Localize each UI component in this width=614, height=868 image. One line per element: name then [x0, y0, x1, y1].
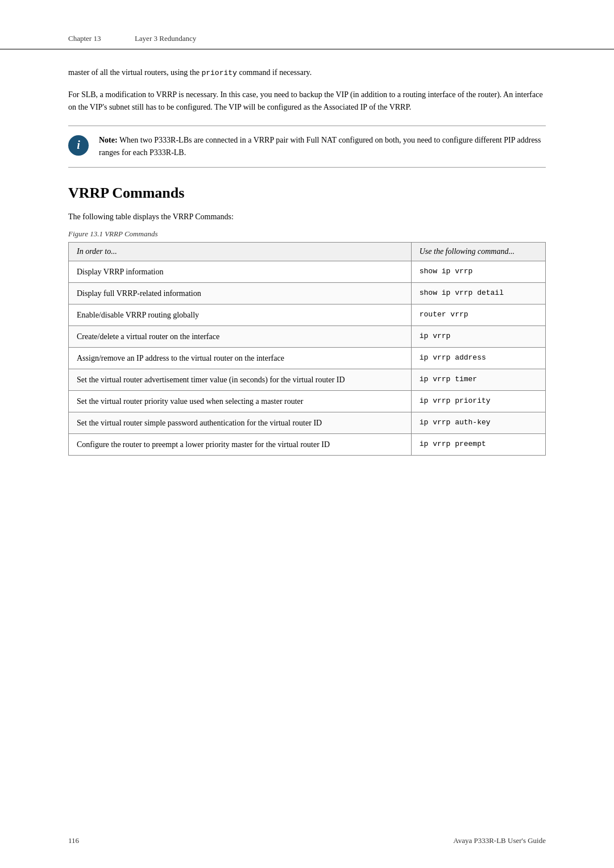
note-content: When two P333R-LBs are connected in a VR…: [99, 136, 541, 157]
note-bold-label: Note:: [99, 136, 118, 144]
table-cell-command: ip vrrp priority: [411, 390, 545, 412]
section-intro: The following table displays the VRRP Co…: [68, 211, 546, 223]
table-row: Configure the router to preempt a lower …: [69, 433, 546, 455]
table-cell-description: Set the virtual router advertisement tim…: [69, 369, 412, 390]
table-cell-command: ip vrrp preempt: [411, 433, 545, 455]
table-cell-command: ip vrrp auth-key: [411, 412, 545, 433]
table-cell-command: router vrrp: [411, 304, 545, 326]
footer-product: Avaya P333R-LB User's Guide: [453, 836, 546, 845]
header-chapter: Chapter 13 Layer 3 Redundancy: [68, 34, 546, 43]
table-row: Set the virtual router priority value us…: [69, 390, 546, 412]
table-cell-description: Configure the router to preempt a lower …: [69, 433, 412, 455]
table-header-col2: Use the following command...: [411, 242, 545, 261]
table-cell-command: ip vrrp: [411, 326, 545, 347]
priority-code: priority: [201, 69, 237, 77]
footer-page-number: 116: [68, 836, 79, 845]
page-footer: 116 Avaya P333R-LB User's Guide: [0, 836, 614, 845]
table-row: Assign/remove an IP address to the virtu…: [69, 347, 546, 369]
table-cell-command: ip vrrp address: [411, 347, 545, 369]
table-cell-description: Set the virtual router priority value us…: [69, 390, 412, 412]
table-header-col1: In order to...: [69, 242, 412, 261]
table-cell-command: show ip vrrp: [411, 261, 545, 282]
table-cell-command: show ip vrrp detail: [411, 282, 545, 304]
section-title: VRRP Commands: [68, 185, 546, 202]
table-cell-description: Set the virtual router simple password a…: [69, 412, 412, 433]
table-row: Create/delete a virtual router on the in…: [69, 326, 546, 347]
page-header: Chapter 13 Layer 3 Redundancy: [0, 0, 614, 49]
page-content: master of all the virtual routers, using…: [0, 49, 614, 512]
table-row: Enable/disable VRRP routing globallyrout…: [69, 304, 546, 326]
table-row: Display VRRP informationshow ip vrrp: [69, 261, 546, 282]
intro-paragraph-1: master of all the virtual routers, using…: [68, 66, 546, 80]
note-text: Note: When two P333R-LBs are connected i…: [99, 134, 546, 160]
table-cell-description: Display VRRP information: [69, 261, 412, 282]
vrrp-commands-table: In order to... Use the following command…: [68, 242, 546, 456]
intro-paragraph-2: For SLB, a modification to VRRP is neces…: [68, 89, 546, 114]
info-icon: i: [68, 135, 89, 156]
page: Chapter 13 Layer 3 Redundancy master of …: [0, 0, 614, 868]
table-row: Display full VRRP-related informationsho…: [69, 282, 546, 304]
table-cell-command: ip vrrp timer: [411, 369, 545, 390]
figure-caption: Figure 13.1 VRRP Commands: [68, 229, 546, 239]
table-row: Set the virtual router simple password a…: [69, 412, 546, 433]
table-cell-description: Create/delete a virtual router on the in…: [69, 326, 412, 347]
chapter-label: Chapter 13: [68, 34, 101, 43]
section-label: Layer 3 Redundancy: [135, 34, 196, 43]
table-cell-description: Assign/remove an IP address to the virtu…: [69, 347, 412, 369]
table-row: Set the virtual router advertisement tim…: [69, 369, 546, 390]
note-box: i Note: When two P333R-LBs are connected…: [68, 126, 546, 168]
table-cell-description: Display full VRRP-related information: [69, 282, 412, 304]
table-cell-description: Enable/disable VRRP routing globally: [69, 304, 412, 326]
